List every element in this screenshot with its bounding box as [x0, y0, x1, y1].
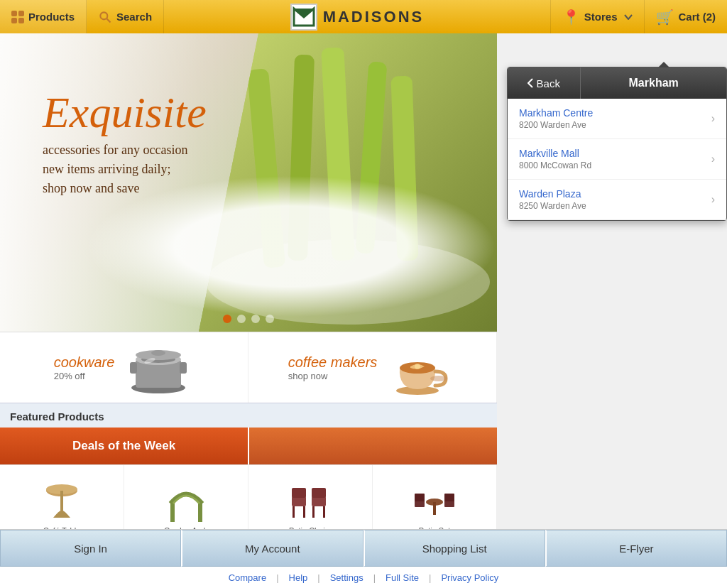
carousel-dot-4[interactable] [266, 315, 274, 323]
shopping-list-label: Shopping List [422, 543, 487, 555]
bottom-nav: Sign In My Account Shopping List E-Flyer… [0, 529, 727, 588]
e-flyer-button[interactable]: E-Flyer [545, 530, 727, 567]
dropdown-header: Back Markham [508, 67, 726, 99]
logo-text: MADISONS [323, 8, 425, 26]
chevron-down-icon [624, 14, 633, 20]
promo-strip: cookware 20% off [0, 332, 497, 403]
my-account-label: My Account [245, 543, 300, 555]
logo-area: MADISONS [164, 4, 550, 31]
svg-rect-30 [292, 488, 306, 498]
store-chevron-icon-3: › [711, 193, 715, 206]
svg-rect-40 [444, 494, 454, 501]
search-label: Search [116, 11, 152, 23]
svg-rect-36 [323, 506, 325, 518]
footer-links: Compare | Help | Settings | Full Site | … [0, 567, 727, 588]
shopping-list-button[interactable]: Shopping List [364, 530, 545, 567]
products-label: Products [28, 11, 75, 23]
help-link[interactable]: Help [279, 572, 318, 583]
promo-cookware-desc: 20% off [54, 371, 115, 381]
svg-point-23 [430, 376, 447, 381]
hero-text: Exquisite accessories for any occasion n… [43, 90, 207, 196]
cart-label: Cart (2) [678, 11, 716, 23]
bottom-buttons: Sign In My Account Shopping List E-Flyer [0, 530, 727, 567]
store-markville-info: Markville Mall 8000 McCowan Rd [519, 148, 711, 170]
store-chevron-icon-2: › [711, 153, 715, 165]
svg-rect-26 [60, 491, 63, 511]
svg-rect-32 [303, 506, 305, 518]
search-button[interactable]: Search [87, 0, 164, 33]
promo-cookware[interactable]: cookware 20% off [0, 332, 248, 403]
svg-rect-17 [130, 362, 137, 374]
back-label: Back [537, 77, 560, 89]
svg-rect-35 [312, 506, 315, 518]
hero-subtitle: accessories for any occasion [43, 143, 207, 158]
promo-cookware-category: cookware [54, 354, 115, 371]
featured-title: Featured Products [10, 410, 104, 423]
carousel-dot-1[interactable] [223, 315, 231, 323]
svg-point-22 [415, 364, 420, 369]
svg-line-1 [107, 18, 111, 22]
store-markham-centre-addr: 8200 Warden Ave [519, 120, 711, 130]
my-account-button[interactable]: My Account [181, 530, 363, 567]
carousel-dot-3[interactable] [251, 315, 260, 323]
carousel-dots [223, 315, 274, 323]
store-warden-info: Warden Plaza 8250 Warden Ave [519, 188, 711, 211]
stores-button[interactable]: 📍 Stores [550, 0, 645, 33]
svg-rect-34 [312, 488, 326, 498]
search-icon [98, 10, 112, 24]
deals-btn2[interactable] [249, 428, 497, 464]
cafe-table-image [40, 481, 83, 523]
svg-rect-38 [415, 494, 425, 501]
hero-sub2: new items arriving daily; [43, 162, 207, 177]
store-item-warden-plaza[interactable]: Warden Plaza 8250 Warden Ave › [508, 180, 726, 220]
full-site-link[interactable]: Full Site [376, 572, 429, 583]
e-flyer-label: E-Flyer [619, 543, 653, 555]
svg-rect-33 [312, 496, 326, 506]
promo-coffee-desc: shop now [288, 371, 378, 381]
header-right: 📍 Stores 🛒 Cart (2) [550, 0, 727, 33]
svg-rect-29 [292, 496, 306, 506]
store-item-markham-centre[interactable]: Markham Centre 8200 Warden Ave › [508, 99, 726, 139]
cookware-image [123, 339, 194, 396]
logo-icon [290, 4, 317, 31]
svg-point-0 [100, 12, 107, 19]
deals-row: Deals of the Week [0, 428, 497, 464]
store-item-markville[interactable]: Markville Mall 8000 McCowan Rd › [508, 139, 726, 180]
garden-arch-image [165, 481, 207, 523]
store-markham-centre-info: Markham Centre 8200 Warden Ave [519, 107, 711, 130]
promo-coffee-category: coffee makers [288, 354, 378, 371]
svg-rect-42 [433, 502, 436, 515]
settings-link[interactable]: Settings [320, 572, 373, 583]
store-warden-name: Warden Plaza [519, 188, 711, 200]
store-warden-addr: 8250 Warden Ave [519, 201, 711, 211]
dropdown-arrow [658, 62, 669, 67]
patio-chairs-image [289, 481, 332, 523]
sign-in-button[interactable]: Sign In [0, 530, 181, 567]
content-wrapper: Exquisite accessories for any occasion n… [0, 33, 727, 550]
stores-dropdown: Back Markham Markham Centre 8200 Warden … [507, 67, 727, 221]
promo-coffee-text: coffee makers shop now [288, 354, 378, 381]
dropdown-title: Markham [581, 77, 726, 89]
compare-link[interactable]: Compare [219, 572, 276, 583]
cart-button[interactable]: 🛒 Cart (2) [644, 0, 727, 33]
store-chevron-icon-1: › [711, 112, 715, 125]
carousel-dot-2[interactable] [237, 315, 246, 323]
promo-coffee[interactable]: coffee makers shop now [248, 332, 497, 403]
hero-sub3: shop now and save [43, 181, 207, 196]
privacy-link[interactable]: Privacy Policy [431, 572, 508, 583]
svg-marker-3 [294, 9, 314, 17]
store-markham-centre-name: Markham Centre [519, 107, 711, 119]
cart-icon: 🛒 [656, 9, 674, 26]
products-grid-icon [11, 11, 24, 23]
store-markville-name: Markville Mall [519, 148, 711, 159]
back-chevron-icon [528, 78, 533, 88]
deals-of-week-button[interactable]: Deals of the Week [0, 428, 249, 464]
dropdown-back-button[interactable]: Back [508, 67, 581, 99]
svg-rect-28 [198, 502, 202, 522]
sign-in-label: Sign In [74, 543, 107, 555]
hero-banner: Exquisite accessories for any occasion n… [0, 33, 497, 332]
hero-title: Exquisite [43, 90, 207, 134]
patio-set-image [413, 481, 456, 523]
products-button[interactable]: Products [0, 0, 87, 33]
stores-label: Stores [584, 11, 618, 23]
